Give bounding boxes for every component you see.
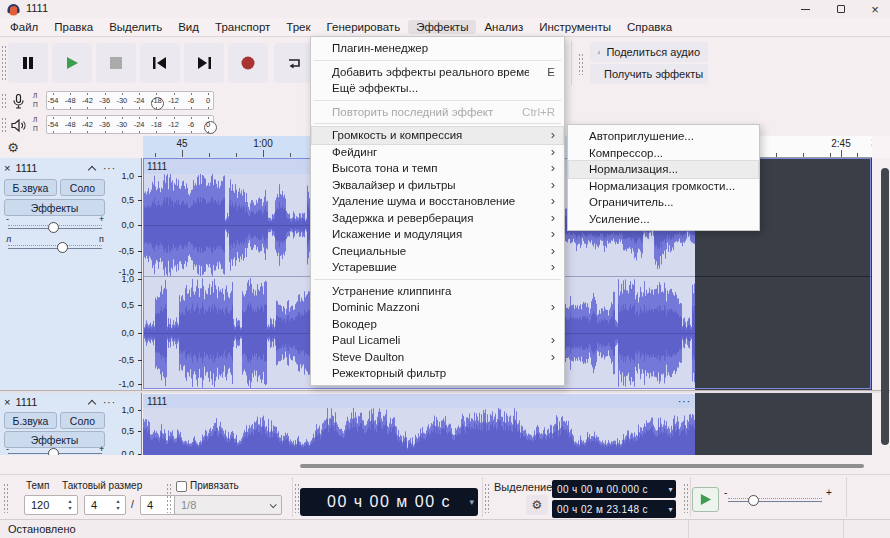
track2-view[interactable]: 1111 ··· — [143, 393, 872, 455]
playback-meter-grip[interactable] — [1, 117, 7, 133]
volume-submenu-item-автоприглушение[interactable]: Автоприглушение... — [569, 128, 758, 145]
menubar-item-справка[interactable]: Справка — [619, 20, 680, 34]
effects-menu-item-задержка-и-реверберация[interactable]: Задержка и реверберация› — [312, 210, 563, 227]
volume-submenu-item-компрессор[interactable]: Компрессор... — [569, 145, 758, 162]
track2-waveform[interactable] — [143, 408, 695, 455]
menubar-item-правка[interactable]: Правка — [46, 20, 101, 34]
volume-submenu-item-усиление[interactable]: Усиление... — [569, 211, 758, 228]
menubar-item-вид[interactable]: Вид — [170, 20, 207, 34]
effects-menu-item-устаревшие[interactable]: Устаревшие› — [312, 259, 563, 276]
volume-submenu-item-нормализация[interactable]: Нормализация... — [569, 161, 758, 178]
track2-solo-button[interactable]: Соло — [60, 412, 105, 429]
menubar-item-транспорт[interactable]: Транспорт — [207, 20, 278, 34]
play-speed-knob[interactable] — [748, 495, 759, 506]
loop-button[interactable] — [274, 43, 314, 83]
effects-menu-item-искажение-и-модуляция[interactable]: Искажение и модуляция› — [312, 226, 563, 243]
track2-gain-knob[interactable] — [48, 448, 59, 455]
timeline-options-button[interactable]: ⚙ — [4, 138, 22, 156]
spin-down-icon[interactable]: ▾ — [116, 505, 119, 512]
effects-menu-item-устранение-клиппинга[interactable]: Устранение клиппинга — [312, 283, 563, 300]
play-at-speed-button[interactable] — [692, 487, 719, 512]
play-button[interactable] — [52, 43, 92, 83]
spin-down-icon[interactable]: ▾ — [68, 505, 71, 512]
skip-to-end-button[interactable] — [184, 43, 224, 83]
track2-mute-button[interactable]: Б.звука — [4, 412, 57, 429]
track1-pan-knob[interactable] — [57, 242, 68, 253]
tempo-spinner[interactable]: 120 ▴▾ — [24, 495, 78, 515]
spin-up-icon[interactable]: ▴ — [116, 498, 119, 505]
effects-menu-item-громкость-и-компрессия[interactable]: Громкость и компрессия› — [312, 127, 563, 144]
spin-up-icon[interactable]: ▴ — [68, 498, 71, 505]
effects-menu-item-paul-licameli[interactable]: Paul Licameli› — [312, 332, 563, 349]
track2-clip-header[interactable]: 1111 ··· — [143, 394, 695, 408]
effects-menu-item-steve-daulton[interactable]: Steve Daulton› — [312, 349, 563, 366]
snap-toolbar-grip[interactable] — [166, 483, 172, 513]
stop-button[interactable] — [96, 43, 136, 83]
selection-toolbar-grip[interactable] — [484, 483, 490, 513]
menubar-item-выделить[interactable]: Выделить — [101, 20, 170, 34]
effects-menu-item-фейдинг[interactable]: Фейдинг› — [312, 144, 563, 161]
play-speed-toolbar-grip[interactable] — [683, 483, 689, 513]
track1-name[interactable]: 1111 — [15, 162, 37, 174]
track2-collapse-icon[interactable] — [88, 399, 96, 407]
effects-menu-item-эквалайзер-и-фильтры[interactable]: Эквалайзер и фильтры› — [312, 177, 563, 194]
speaker-icon[interactable] — [8, 115, 28, 135]
effects-menu-item-режекторный-фильтр[interactable]: Режекторный фильтр — [312, 365, 563, 382]
horizontal-scrollbar[interactable] — [300, 464, 864, 468]
audio-position-display[interactable]: 00 ч 00 м 00 с ▾ — [300, 488, 478, 516]
microphone-icon[interactable] — [8, 91, 28, 111]
selection-start-field[interactable]: 00 ч 00 м 00.000 с ▾ — [552, 480, 676, 498]
menubar-item-файл[interactable]: Файл — [2, 20, 46, 34]
track1-gain-knob[interactable] — [48, 222, 59, 233]
menubar-item-эффекты[interactable]: Эффекты — [408, 20, 476, 34]
track1-control-panel[interactable]: × 1111 ··· Б.звука Соло Эффекты - + л п … — [0, 158, 142, 390]
track2-close-icon[interactable]: × — [4, 396, 10, 408]
menubar-item-трек[interactable]: Трек — [278, 20, 318, 34]
transport-toolbar-grip[interactable] — [1, 45, 7, 81]
minimize-button[interactable] — [790, 0, 820, 18]
close-button[interactable]: × — [860, 0, 890, 18]
selection-end-field[interactable]: 00 ч 02 м 23.148 с ▾ — [552, 500, 676, 518]
menubar-item-анализ[interactable]: Анализ — [476, 20, 531, 34]
time-signature-upper-spinner[interactable]: 4 ▴▾ — [84, 495, 126, 515]
effects-menu-item-удаление-шума-и-восстановление[interactable]: Удаление шума и восстановление› — [312, 193, 563, 210]
record-meter[interactable]: -54-48-42-36-30-24-18-12-60 — [46, 91, 214, 110]
time-signature-toolbar-grip[interactable] — [3, 483, 9, 513]
snap-checkbox[interactable] — [176, 481, 187, 492]
effects-menu-item-dominic-mazzoni[interactable]: Dominic Mazzoni› — [312, 299, 563, 316]
track1-close-icon[interactable]: × — [4, 162, 10, 174]
track1-effects-button[interactable]: Эффекты — [4, 199, 105, 216]
menubar-item-генерировать[interactable]: Генерировать — [319, 20, 409, 34]
effects-menu-item-ещё-эффекты[interactable]: Ещё эффекты... — [312, 80, 563, 97]
skip-to-start-button[interactable] — [140, 43, 180, 83]
share-toolbar-grip[interactable] — [578, 53, 584, 75]
record-meter-grip[interactable] — [1, 93, 7, 109]
track1-mute-button[interactable]: Б.звука — [4, 179, 57, 196]
effects-menu-item-вокодер[interactable]: Вокодер — [312, 316, 563, 333]
track2-clip-menu-icon[interactable]: ··· — [678, 396, 691, 407]
get-effects-button[interactable]: Получить эффекты — [590, 64, 708, 84]
share-audio-button[interactable]: Поделиться аудио — [590, 42, 708, 62]
track1-pan-slider[interactable] — [8, 248, 102, 249]
effects-menu-item-высота-тона-и-темп[interactable]: Высота тона и темп› — [312, 160, 563, 177]
effects-menu-item-специальные[interactable]: Специальные› — [312, 243, 563, 260]
record-button[interactable] — [228, 43, 268, 83]
track2-effects-button[interactable]: Эффекты — [4, 431, 105, 448]
track2-control-panel[interactable]: × 1111 ··· Б.звука Соло Эффекты - + 1,00… — [0, 393, 142, 455]
volume-submenu-item-нормализация-громкости[interactable]: Нормализация громкости... — [569, 178, 758, 195]
pause-button[interactable] — [8, 43, 48, 83]
track2-name[interactable]: 1111 — [15, 396, 37, 408]
maximize-button[interactable] — [826, 0, 856, 18]
play-speed-slider[interactable] — [728, 501, 822, 502]
snap-combo[interactable]: 1/8 — [174, 495, 282, 515]
effects-menu-item-плагин-менеджер[interactable]: Плагин-менеджер — [312, 40, 563, 57]
selection-options-button[interactable]: ⚙ — [526, 495, 548, 515]
menubar-item-инструменты[interactable]: Инструменты — [531, 20, 619, 34]
vertical-scrollbar[interactable] — [881, 168, 889, 445]
track1-collapse-icon[interactable] — [88, 165, 96, 173]
effects-menu-item-добавить-эффекты-реального-времени[interactable]: Добавить эффекты реального времениE — [312, 64, 563, 81]
playback-meter[interactable]: -54-48-42-36-30-24-18-12-60 — [46, 115, 214, 134]
track2-empty-area[interactable] — [695, 393, 872, 455]
track1-solo-button[interactable]: Соло — [60, 179, 105, 196]
volume-submenu-item-ограничитель[interactable]: Ограничитель... — [569, 194, 758, 211]
